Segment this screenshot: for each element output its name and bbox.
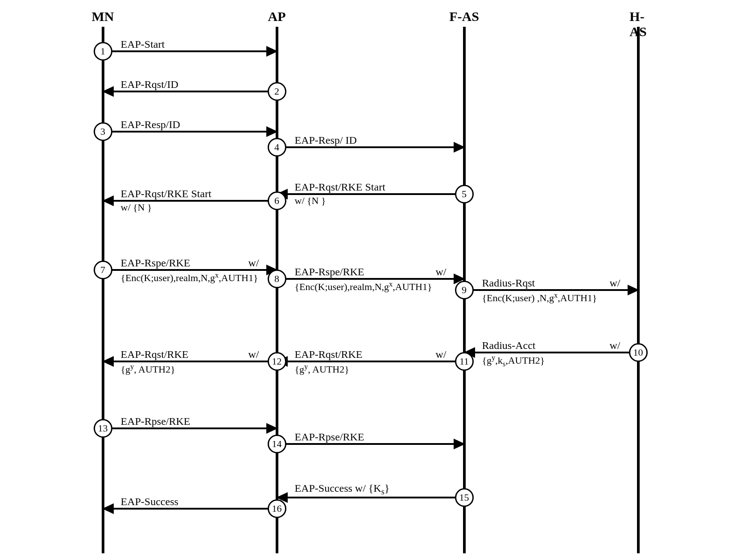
message-step-15: EAP-Success w/ {Ks} — [277, 484, 464, 511]
message-sublabel: {gy, AUTH2} — [103, 362, 277, 375]
message-step-1: EAP-Start — [103, 38, 277, 65]
step-number-13: 13 — [94, 419, 112, 438]
participant-label-mn: MN — [92, 9, 114, 24]
step-number-1: 1 — [94, 42, 112, 61]
message-step-8: EAP-Rspe/RKEw/{Enc(K;user),realm,N,gx,AU… — [277, 265, 464, 292]
participant-label-fas: F-AS — [449, 9, 479, 24]
message-label: EAP-Success w/ {Ks} — [277, 482, 464, 497]
message-step-10: Radius-Acctw/{gy,ks,AUTH2} — [464, 339, 638, 366]
message-sublabel: {Enc(K;user),realm,N,gx,AUTH1} — [103, 271, 277, 284]
step-number-3: 3 — [94, 122, 112, 141]
lifeline-mn — [102, 27, 104, 553]
message-label: EAP-Rpse/RKE — [103, 415, 277, 427]
message-label: EAP-Rpse/RKE — [277, 431, 464, 443]
message-step-12: EAP-Rqst/RKEw/{gy, AUTH2} — [103, 348, 277, 375]
step-number-5: 5 — [455, 185, 474, 203]
participant-label-ap: AP — [268, 9, 286, 24]
step-number-15: 15 — [455, 488, 474, 507]
message-label: EAP-Rqst/ID — [103, 79, 277, 91]
message-step-14: EAP-Rpse/RKE — [277, 431, 464, 457]
message-step-6: EAP-Rqst/RKE Startw/ {N } — [103, 187, 277, 214]
step-number-7: 7 — [94, 261, 112, 279]
message-label: EAP-Rqst/RKEw/ — [103, 348, 277, 361]
step-number-14: 14 — [268, 435, 286, 453]
message-step-4: EAP-Resp/ ID — [277, 134, 464, 161]
message-step-11: EAP-Rqst/RKEw/{gy, AUTH2} — [277, 348, 464, 375]
step-number-6: 6 — [268, 191, 286, 210]
message-label: Radius-Rqstw/ — [464, 277, 638, 289]
step-number-10: 10 — [629, 343, 648, 362]
step-number-16: 16 — [268, 499, 286, 518]
message-label: EAP-Resp/ID — [103, 119, 277, 131]
message-sublabel: {gy,ks,AUTH2} — [464, 353, 638, 369]
message-step-5: EAP-Rqst/RKE Startw/ {N } — [277, 181, 464, 207]
step-number-8: 8 — [268, 270, 286, 288]
message-step-2: EAP-Rqst/ID — [103, 78, 277, 105]
message-step-9: Radius-Rqstw/{Enc(K;user) ,N,gx,AUTH1} — [464, 277, 638, 303]
message-step-3: EAP-Resp/ID — [103, 118, 277, 145]
message-label: EAP-Resp/ ID — [277, 134, 464, 146]
step-number-9: 9 — [455, 281, 474, 299]
step-number-12: 12 — [268, 352, 286, 371]
message-label: EAP-Success — [103, 496, 277, 508]
message-step-13: EAP-Rpse/RKE — [103, 415, 277, 442]
sequence-diagram: MNAPF-ASH-ASEAP-Start1EAP-Rqst/ID2EAP-Re… — [85, 9, 647, 560]
message-label: EAP-Rspe/RKEw/ — [277, 266, 464, 278]
message-sublabel: {gy, AUTH2} — [277, 362, 464, 375]
message-label: EAP-Rspe/RKEw/ — [103, 257, 277, 269]
message-sublabel: w/ {N } — [277, 195, 464, 207]
message-step-7: EAP-Rspe/RKEw/{Enc(K;user),realm,N,gx,AU… — [103, 257, 277, 283]
message-label: EAP-Rqst/RKE Start — [103, 188, 277, 200]
step-number-4: 4 — [268, 138, 286, 157]
message-label: EAP-Start — [103, 38, 277, 50]
message-sublabel: {Enc(K;user),realm,N,gx,AUTH1} — [277, 280, 464, 293]
message-step-16: EAP-Success — [103, 495, 277, 522]
message-label: EAP-Rqst/RKE Start — [277, 181, 464, 193]
message-sublabel: {Enc(K;user) ,N,gx,AUTH1} — [464, 291, 638, 304]
step-number-2: 2 — [268, 82, 286, 101]
message-label: Radius-Acctw/ — [464, 340, 638, 352]
step-number-11: 11 — [455, 352, 474, 371]
message-label: EAP-Rqst/RKEw/ — [277, 348, 464, 361]
message-sublabel: w/ {N } — [103, 202, 277, 213]
